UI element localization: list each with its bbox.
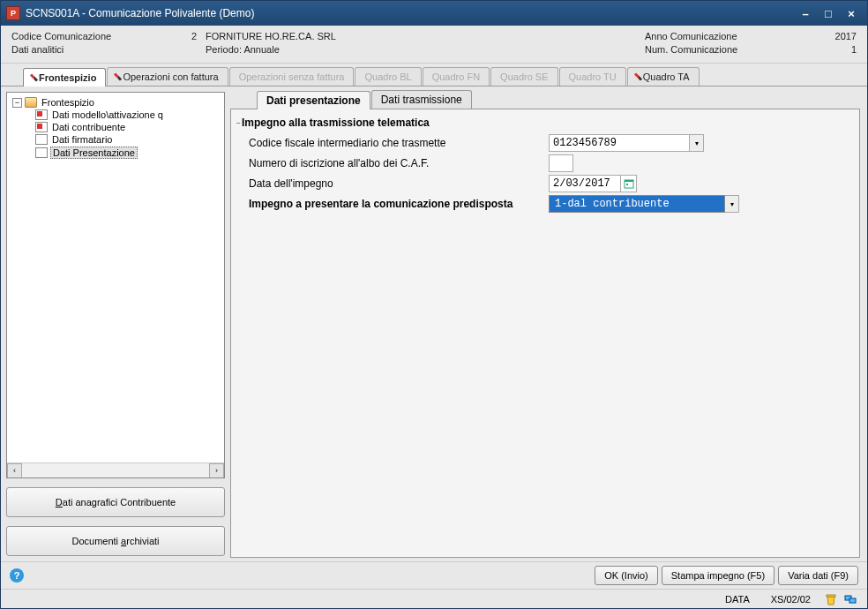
- pencil-icon: [114, 72, 122, 80]
- tab-quadro-se: Quadro SE: [490, 67, 557, 86]
- minimize-button[interactable]: –: [795, 4, 816, 22]
- main-tabs: Frontespizio Operazioni con fattura Oper…: [1, 64, 867, 86]
- folder-icon: [25, 97, 37, 108]
- anno-value: 2017: [804, 31, 857, 41]
- tab-quadro-bl: Quadro BL: [355, 67, 421, 86]
- iscrizione-input[interactable]: [549, 154, 573, 172]
- data-impegno-label: Data dell'impegno: [249, 177, 549, 190]
- num-value: 1: [804, 44, 857, 55]
- header-panel: Codice Comunicazione 2 FORNITURE HO.RE.C…: [1, 26, 867, 64]
- dati-anagrafici-button[interactable]: Dati anagrafici Contribuente: [6, 487, 225, 517]
- tab-quadro-tu: Quadro TU: [559, 67, 626, 86]
- codice-label: Codice Comunicazione: [11, 31, 170, 41]
- maximize-button[interactable]: □: [818, 4, 839, 22]
- status-bar: DATA XS/02/02: [1, 589, 867, 608]
- ok-button[interactable]: OK (Invio): [595, 566, 658, 585]
- monitors-icon[interactable]: [844, 593, 857, 605]
- trash-icon[interactable]: [825, 593, 837, 605]
- tree-item-dati-presentazione[interactable]: Dati Presentazione: [11, 146, 221, 160]
- iscrizione-label: Numero di iscrizione all'albo dei C.A.F.: [249, 157, 549, 169]
- data-impegno-input[interactable]: [549, 175, 621, 192]
- dati-label: Dati analitici: [11, 44, 170, 55]
- status-data: DATA: [715, 594, 760, 605]
- section-title: Impegno alla trasmissione telematica: [242, 117, 849, 129]
- codice-value: 2: [170, 31, 206, 41]
- button-bar: ? OK (Invio) Stampa impegno (F5) Varia d…: [1, 561, 867, 589]
- cf-input[interactable]: [549, 134, 690, 152]
- calendar-icon: [624, 178, 634, 189]
- impegno-select[interactable]: 1-dal contribuente ▾: [549, 195, 739, 213]
- tab-frontespizio[interactable]: Frontespizio: [23, 68, 106, 86]
- app-icon: P: [6, 6, 20, 20]
- cf-dropdown-button[interactable]: ▾: [690, 134, 704, 152]
- svg-rect-2: [626, 184, 628, 185]
- anno-label: Anno Comunicazione: [645, 31, 804, 41]
- sub-tabs: Dati presentazione Dati trasmissione: [230, 90, 860, 109]
- calendar-button[interactable]: [621, 175, 637, 192]
- tab-quadro-fn: Quadro FN: [423, 67, 490, 86]
- tab-operazioni-senza-fattura: Operazioni senza fattura: [229, 67, 355, 86]
- company-name: FORNITURE HO.RE.CA. SRL: [206, 31, 645, 41]
- svg-rect-1: [625, 180, 633, 182]
- tab-quadro-ta[interactable]: Quadro TA: [627, 67, 700, 86]
- subtab-dati-trasmissione[interactable]: Dati trasmissione: [371, 90, 472, 109]
- tree-item-dati-contribuente[interactable]: Dati contribuente: [11, 121, 221, 133]
- cf-label: Codice fiscale intermediario che trasmet…: [249, 137, 549, 149]
- form-panel: Impegno alla trasmissione telematica Cod…: [230, 109, 860, 558]
- tree-item-dati-modello[interactable]: Dati modello\attivazione q: [11, 109, 221, 121]
- tree-view[interactable]: − Frontespizio Dati modello\attivazione …: [6, 92, 225, 478]
- collapse-icon[interactable]: −: [12, 98, 22, 108]
- pencil-icon: [30, 73, 38, 81]
- main-panel: Dati presentazione Dati trasmissione Imp…: [230, 86, 867, 561]
- page-marked-icon: [35, 122, 48, 132]
- num-label: Num. Comunicazione: [645, 44, 804, 55]
- svg-rect-3: [827, 595, 835, 597]
- page-marked-icon: [35, 109, 48, 120]
- impegno-label: Impegno a presentare la comunicazione pr…: [249, 198, 549, 210]
- page-icon: [35, 134, 48, 145]
- horizontal-scrollbar[interactable]: ‹ ›: [7, 462, 224, 477]
- titlebar: P SCNS001A - Comunicazione Polivalente (…: [1, 1, 867, 26]
- help-icon[interactable]: ?: [10, 568, 24, 583]
- subtab-dati-presentazione[interactable]: Dati presentazione: [257, 91, 370, 109]
- tab-operazioni-fattura[interactable]: Operazioni con fattura: [107, 67, 228, 86]
- close-button[interactable]: ×: [841, 4, 862, 22]
- status-xs: XS/02/02: [760, 594, 821, 605]
- pencil-icon: [634, 72, 642, 80]
- stampa-impegno-button[interactable]: Stampa impegno (F5): [662, 566, 774, 585]
- impegno-dropdown-button[interactable]: ▾: [725, 195, 739, 213]
- tree-root[interactable]: − Frontespizio: [11, 96, 221, 109]
- page-icon: [35, 147, 48, 158]
- window-title: SCNS001A - Comunicazione Polivalente (De…: [26, 7, 795, 19]
- tree-item-dati-firmatario[interactable]: Dati firmatario: [11, 133, 221, 146]
- periodo-value: Periodo: Annuale: [206, 44, 645, 55]
- scroll-left-icon[interactable]: ‹: [7, 463, 22, 478]
- documenti-archiviati-button[interactable]: Documenti archiviati: [6, 526, 225, 556]
- sidebar: − Frontespizio Dati modello\attivazione …: [1, 86, 230, 561]
- scroll-right-icon[interactable]: ›: [209, 463, 224, 478]
- varia-dati-button[interactable]: Varia dati (F9): [778, 566, 858, 585]
- svg-rect-5: [849, 598, 856, 603]
